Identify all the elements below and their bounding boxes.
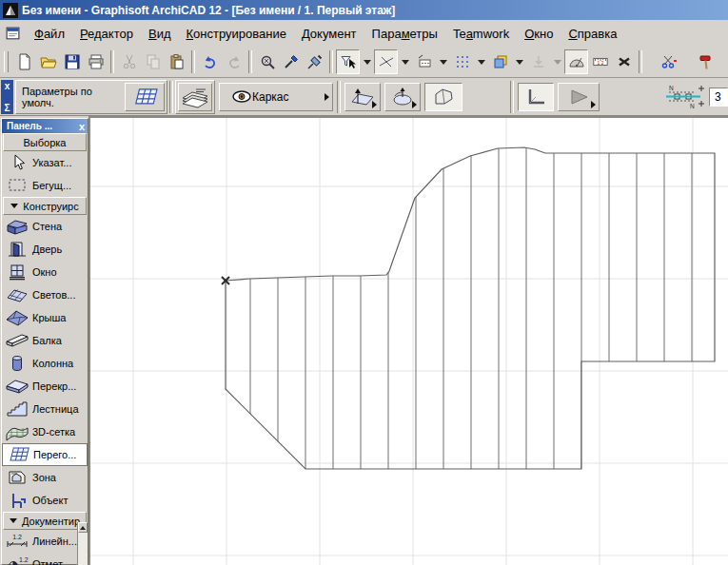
geometry-method-polygon-button[interactable] [424, 83, 462, 111]
coordinates-dropdown[interactable] [436, 49, 450, 74]
menu-item-6[interactable]: Teamwork [445, 24, 517, 44]
section-design[interactable]: Конструирс [3, 197, 87, 215]
menu-item-7[interactable]: Окно [517, 24, 561, 44]
redo-icon [226, 53, 243, 70]
gravity-dropdown[interactable] [550, 49, 564, 74]
tool-slab[interactable]: Перекр... [2, 375, 88, 398]
child-window-icon[interactable] [5, 26, 21, 42]
svg-text:N: N [690, 103, 695, 109]
default-settings-cell[interactable]: Параметры по умолч. [15, 80, 167, 114]
tool-object[interactable]: Объект [2, 489, 88, 512]
tool-mesh[interactable]: 3D-сетка [2, 420, 88, 443]
tool-dim-level[interactable]: 1.2Отмет... [2, 553, 88, 565]
tool-column[interactable]: Колонна [2, 352, 88, 375]
svg-text:N: N [669, 85, 674, 91]
scroll-up-icon[interactable] [78, 522, 88, 533]
magic-wand-button[interactable] [558, 83, 600, 111]
tool-window[interactable]: Окно [2, 261, 88, 283]
save-button[interactable] [60, 49, 84, 74]
tool-beam[interactable]: Балка [2, 329, 88, 352]
slab-icon [5, 377, 30, 396]
display-option-value: Каркас [252, 90, 289, 104]
tool-roof[interactable]: Крыша [2, 306, 88, 329]
tool-pointer[interactable]: Указат... [2, 151, 88, 174]
info-box-grip[interactable]: x Σ [1, 80, 13, 114]
paste-button[interactable] [165, 49, 188, 74]
snap-grid-dropdown[interactable] [474, 49, 488, 74]
menu-item-4[interactable]: Документ [294, 24, 364, 44]
print-icon [88, 53, 105, 70]
tool-zone[interactable]: Зона [2, 466, 88, 489]
grip-sigma-icon: Σ [4, 103, 10, 113]
layers-cell [175, 80, 215, 114]
tool-door[interactable]: Дверь [2, 238, 88, 261]
arrow-tool-toggle[interactable] [336, 49, 360, 74]
arrow-tool-dropdown[interactable] [360, 49, 374, 74]
split-button[interactable] [657, 49, 680, 74]
copy-button[interactable] [141, 49, 165, 74]
tool-dim-linear[interactable]: 1.2Линейн... [2, 530, 88, 553]
corner-method-button[interactable] [518, 83, 554, 111]
coordinates-button[interactable] [412, 49, 436, 74]
toolbox-title-bar[interactable]: Панель ... x [2, 119, 88, 133]
tool-label: Стена [32, 221, 62, 232]
geometry-method-plane-button[interactable] [344, 83, 381, 111]
new-document-button[interactable] [12, 49, 36, 74]
protractor-icon [568, 53, 585, 70]
menu-item-1[interactable]: Редактор [72, 24, 141, 44]
menu-item-2[interactable]: Вид [141, 24, 179, 44]
scale-ruler-button[interactable]: 1 2 [588, 49, 612, 74]
tool-curtain-wall[interactable]: Перего... [2, 443, 88, 466]
info-box-bar: x Σ Параметры по умолч. Каркас [0, 78, 728, 116]
pick-up-parameters-button[interactable] [279, 49, 303, 74]
object-icon [5, 491, 30, 510]
tool-marquee[interactable]: Бегущ... [2, 174, 88, 197]
guide-lines-dropdown[interactable] [398, 49, 412, 74]
split-icon [660, 53, 678, 70]
open-button[interactable] [36, 49, 60, 74]
grip-close-icon[interactable]: x [5, 81, 10, 91]
hammer-icon [698, 53, 715, 70]
guide-lines-toggle[interactable] [374, 49, 398, 74]
section-selection[interactable]: Выборка [3, 133, 87, 151]
quick-layers-button[interactable] [488, 49, 512, 74]
tool-default-settings-button[interactable] [125, 83, 165, 111]
gravity-button[interactable] [526, 49, 550, 74]
close-tool-button[interactable] [612, 49, 636, 74]
menu-item-5[interactable]: Параметры [364, 24, 445, 44]
tool-label: Лестница [32, 403, 79, 415]
menu-bar: ФайлРедакторВидКонструированиеДокументПа… [0, 20, 728, 48]
right-value-field[interactable]: 3 [709, 88, 728, 107]
protractor-toggle[interactable] [564, 49, 588, 74]
tool-stairs[interactable]: Лестница [2, 398, 88, 420]
geometry-method-rotated-button[interactable] [384, 83, 421, 111]
floor-plan-canvas[interactable] [89, 116, 728, 565]
redo-button[interactable] [222, 49, 246, 74]
tool-skylight[interactable]: Светов... [2, 283, 88, 306]
close-icon[interactable]: x [79, 122, 85, 131]
toolbar-separator [248, 50, 252, 73]
fence-dimension-icon[interactable]: NN [661, 84, 705, 110]
toolbox-scrollbar[interactable] [77, 522, 88, 565]
floor-plan-drawing[interactable] [90, 118, 728, 565]
cut-button[interactable] [117, 49, 141, 74]
undo-button[interactable] [198, 49, 222, 74]
toolbar-separator [329, 50, 333, 73]
tool-label: 3D-сетка [32, 426, 75, 438]
snap-grid-button[interactable] [450, 49, 474, 74]
tool-label: Дверь [32, 244, 62, 255]
menu-item-0[interactable]: Файл [27, 24, 72, 44]
menu-item-8[interactable]: Справка [561, 24, 624, 44]
print-button[interactable] [84, 49, 108, 74]
flyout-arrow-icon [412, 101, 417, 108]
toolbar-grip[interactable] [4, 51, 9, 72]
menu-item-3[interactable]: Конструирование [178, 24, 293, 44]
section-documentation[interactable]: Документир [3, 512, 87, 530]
fit-in-window-button[interactable] [255, 49, 279, 74]
tool-wall[interactable]: Стена [2, 215, 88, 238]
inject-parameters-button[interactable] [303, 49, 326, 74]
layer-settings-button[interactable] [178, 83, 212, 111]
display-option-combo[interactable]: Каркас [219, 83, 333, 111]
hammer-button[interactable] [694, 49, 718, 74]
quick-layers-dropdown[interactable] [512, 49, 526, 74]
